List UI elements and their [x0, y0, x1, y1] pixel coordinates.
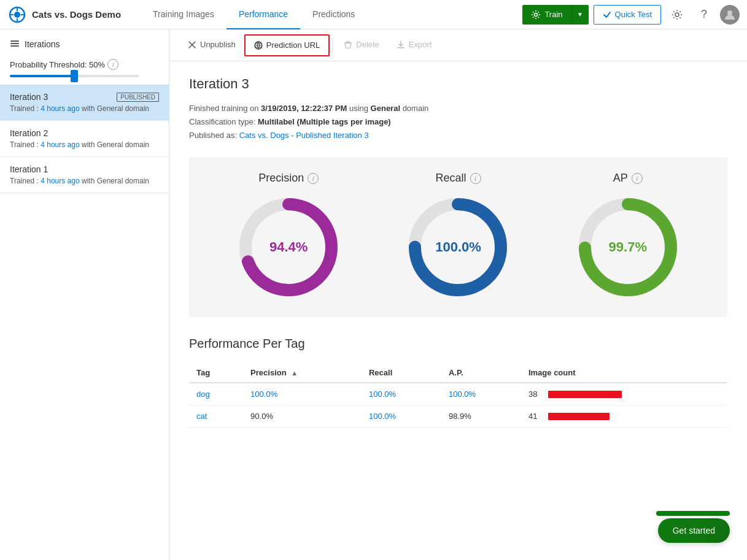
- delete-button[interactable]: Delete: [335, 29, 388, 61]
- ap-value: 99.7%: [609, 239, 647, 255]
- sort-icon: ▲: [291, 369, 298, 377]
- nav-tabs: Training Images Performance Predictions: [141, 0, 517, 29]
- header: Cats vs. Dogs Demo Training Images Perfo…: [0, 0, 747, 29]
- main-layout: Iterations Probability Threshold: 50% i …: [0, 29, 747, 560]
- export-button[interactable]: Export: [388, 29, 441, 61]
- sidebar-header: Iterations: [0, 29, 169, 54]
- tab-training-images[interactable]: Training Images: [141, 0, 226, 29]
- iteration-2-header: Iteration 2: [10, 128, 159, 138]
- ap-info-icon[interactable]: i: [632, 173, 643, 184]
- info-line-3: Published as: Cats vs. Dogs - Published …: [189, 129, 727, 142]
- globe-icon: [254, 41, 263, 50]
- settings-button[interactable]: [666, 4, 688, 26]
- tab-performance[interactable]: Performance: [226, 0, 300, 29]
- recall-value: 100.0%: [435, 239, 481, 255]
- cat-image-count: 41: [521, 405, 727, 428]
- tab-predictions[interactable]: Predictions: [300, 0, 367, 29]
- svg-point-7: [675, 13, 679, 17]
- dog-count: 38: [528, 389, 543, 399]
- info-domain: General: [371, 104, 400, 113]
- content-scroll: Iteration 3 Finished training on 3/19/20…: [169, 61, 747, 560]
- prediction-url-label: Prediction URL: [266, 40, 320, 50]
- ap-chart: 99.7%: [573, 192, 683, 302]
- train-label: Train: [544, 10, 562, 19]
- threshold-label: Probability Threshold: 50% i: [10, 59, 159, 70]
- iteration-1-time-link[interactable]: 4 hours ago: [41, 177, 79, 185]
- recall-card: Recall i 100.0%: [403, 172, 513, 302]
- train-dropdown-button[interactable]: ▼: [571, 5, 589, 25]
- col-precision[interactable]: Precision ▲: [243, 363, 362, 383]
- cat-bar: [548, 413, 610, 420]
- train-btn-group: Train ▼: [522, 5, 588, 25]
- precision-value: 94.4%: [269, 239, 308, 255]
- iteration-item-1[interactable]: Iteration 1 Trained : 4 hours ago with G…: [0, 157, 169, 193]
- slider-thumb[interactable]: [71, 70, 78, 82]
- threshold-info-icon[interactable]: i: [107, 59, 118, 70]
- export-icon: [397, 40, 405, 49]
- dog-ap: 100.0%: [441, 383, 521, 405]
- delete-label: Delete: [356, 40, 379, 49]
- published-badge-3: PUBLISHED: [117, 93, 159, 102]
- precision-info-icon[interactable]: i: [308, 173, 319, 184]
- quicktest-label: Quick Test: [615, 10, 652, 19]
- iteration-3-time-link[interactable]: 4 hours ago: [41, 104, 79, 113]
- precision-label: Precision i: [258, 172, 319, 185]
- ap-text: AP: [613, 172, 628, 185]
- threshold-text: Probability Threshold: 50%: [10, 60, 105, 69]
- train-button[interactable]: Train: [522, 5, 571, 25]
- app-title: Cats vs. Dogs Demo: [32, 9, 121, 20]
- iteration-1-meta: Trained : 4 hours ago with General domai…: [10, 177, 159, 185]
- tag-cat-link[interactable]: cat: [196, 412, 207, 421]
- iteration-item-3[interactable]: Iteration 3 PUBLISHED Trained : 4 hours …: [0, 85, 169, 121]
- info-line-2: Classification type: Multilabel (Multipl…: [189, 115, 727, 129]
- iteration-info: Finished training on 3/19/2019, 12:22:37…: [189, 102, 727, 142]
- dog-bar: [548, 391, 622, 398]
- dog-precision: 100.0%: [243, 383, 362, 405]
- svg-point-6: [535, 13, 538, 16]
- table-row: dog 100.0% 100.0% 100.0% 38: [189, 383, 727, 405]
- iteration-detail-title: Iteration 3: [189, 76, 727, 92]
- metrics-container: Precision i 94.4% Recall: [189, 157, 727, 317]
- precision-text: Precision: [258, 172, 304, 185]
- iteration-3-name: Iteration 3: [10, 92, 48, 102]
- col-tag: Tag: [189, 363, 243, 383]
- info-line-1: Finished training on 3/19/2019, 12:22:37…: [189, 102, 727, 115]
- precision-chart: 94.4%: [233, 192, 344, 302]
- iteration-3-header: Iteration 3 PUBLISHED: [10, 92, 159, 102]
- avatar-icon: [724, 9, 736, 21]
- recall-text: Recall: [435, 172, 466, 185]
- unpublish-label: Unpublish: [200, 40, 236, 49]
- get-started-button[interactable]: Get started: [658, 518, 730, 543]
- dog-recall: 100.0%: [362, 383, 441, 405]
- iteration-2-time-link[interactable]: 4 hours ago: [41, 140, 79, 149]
- tag-dog-link[interactable]: dog: [196, 389, 210, 399]
- ap-card: AP i 99.7%: [573, 172, 683, 302]
- cat-bar-cell: 41: [528, 412, 720, 421]
- help-button[interactable]: ?: [693, 4, 715, 26]
- col-ap: A.P.: [441, 363, 521, 383]
- ap-label: AP i: [613, 172, 643, 185]
- custom-vision-icon: [7, 5, 27, 25]
- quick-test-button[interactable]: Quick Test: [594, 5, 661, 25]
- avatar[interactable]: [720, 5, 740, 25]
- table-row: cat 90.0% 100.0% 98.9% 41: [189, 405, 727, 428]
- performance-per-tag-title: Performance Per Tag: [189, 337, 727, 351]
- unpublish-button[interactable]: Unpublish: [179, 29, 244, 61]
- export-label: Export: [409, 40, 432, 49]
- sidebar: Iterations Probability Threshold: 50% i …: [0, 29, 169, 560]
- slider-fill: [10, 75, 74, 77]
- prediction-url-button[interactable]: Prediction URL: [244, 34, 330, 56]
- iteration-item-2[interactable]: Iteration 2 Trained : 4 hours ago with G…: [0, 121, 169, 157]
- table-header: Tag Precision ▲ Recall A.P. Image count: [189, 363, 727, 383]
- iterations-label: Iterations: [25, 39, 60, 49]
- svg-rect-11: [10, 40, 19, 42]
- recall-chart: 100.0%: [403, 192, 513, 302]
- threshold-section: Probability Threshold: 50% i: [0, 54, 169, 85]
- iteration-2-name: Iteration 2: [10, 128, 48, 138]
- recall-label: Recall i: [435, 172, 481, 185]
- gear-icon-train: [531, 10, 541, 20]
- dog-image-count: 38: [521, 383, 727, 405]
- chevron-down-icon: ▼: [577, 11, 583, 18]
- recall-info-icon[interactable]: i: [470, 173, 481, 184]
- published-name-link[interactable]: Cats vs. Dogs - Published Iteration 3: [239, 131, 369, 140]
